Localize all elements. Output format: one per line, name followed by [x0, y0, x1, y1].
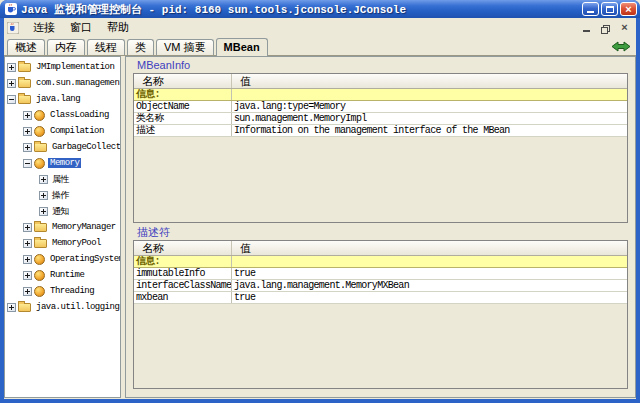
internal-frame-controls: × — [580, 21, 636, 34]
minimize-icon — [583, 30, 590, 32]
tree-expander-icon[interactable] — [7, 63, 16, 72]
tree-expander-icon[interactable] — [23, 287, 32, 296]
tree-node-icon — [18, 79, 31, 88]
column-header-value[interactable]: 值 — [232, 74, 627, 88]
tree-expander-icon[interactable] — [23, 111, 32, 120]
tree-item[interactable]: MemoryPool — [5, 235, 120, 251]
minimize-icon — [587, 11, 594, 13]
tree-item-label: Threading — [48, 286, 96, 296]
cell-value: true — [232, 292, 627, 303]
tree-item[interactable]: Threading — [5, 283, 120, 299]
tree-item[interactable]: OperatingSystem — [5, 251, 120, 267]
tree-item-label: java.util.logging — [34, 302, 121, 312]
tree-expander-icon[interactable] — [23, 127, 32, 136]
column-header-name[interactable]: 名称 — [134, 74, 232, 88]
menu-item[interactable]: 窗口 — [64, 18, 98, 37]
tab[interactable]: MBean — [216, 38, 268, 56]
tree-item[interactable]: com.sun.management — [5, 75, 120, 91]
tree-expander-icon[interactable] — [23, 143, 32, 152]
menu-bar: 连接窗口帮助 × — [4, 18, 636, 37]
tab[interactable]: 线程 — [87, 39, 125, 55]
column-header-name[interactable]: 名称 — [134, 241, 232, 255]
tree-item-label: ClassLoading — [48, 110, 111, 120]
cell-value: true — [232, 268, 627, 279]
close-button[interactable]: × — [620, 2, 637, 16]
tree-expander-icon[interactable] — [23, 223, 32, 232]
tree-expander-icon[interactable] — [7, 79, 16, 88]
tab[interactable]: 类 — [127, 39, 154, 55]
close-icon: × — [625, 4, 631, 15]
app-body: 连接窗口帮助 × 概述内存线程类VM 摘要MBean JMImplementat… — [4, 18, 636, 399]
tree-item[interactable]: 属性 — [5, 171, 120, 187]
tree-item-label: 通知 — [50, 205, 71, 218]
tree-item-label: OperatingSystem — [48, 254, 121, 264]
tree-node-icon — [18, 63, 31, 72]
tree-item-label: GarbageCollector — [50, 142, 121, 152]
tab[interactable]: 内存 — [47, 39, 85, 55]
table-header: 名称 值 — [134, 241, 627, 256]
table-row[interactable]: 类名称 sun.management.MemoryImpl — [134, 113, 627, 125]
maximize-icon — [606, 6, 614, 13]
menu-item[interactable]: 连接 — [27, 18, 61, 37]
tree-item[interactable]: MemoryManager — [5, 219, 120, 235]
tree-expander-icon[interactable] — [23, 159, 32, 168]
tree-item[interactable]: java.lang — [5, 91, 120, 107]
title-bar[interactable]: Java 监视和管理控制台 - pid: 8160 sun.tools.jcon… — [0, 0, 640, 18]
tree-item[interactable]: 通知 — [5, 203, 120, 219]
table-row[interactable]: 信息: — [134, 89, 627, 101]
minimize-button[interactable] — [582, 2, 599, 16]
mbean-tree: JMImplementation com.sun.management java… — [4, 56, 121, 398]
maximize-button[interactable] — [601, 2, 618, 16]
restore-icon — [601, 25, 610, 34]
connection-frame-icon[interactable] — [7, 22, 19, 34]
tree-node-icon — [34, 254, 45, 265]
tree-item[interactable]: 操作 — [5, 187, 120, 203]
tree-item[interactable]: JMImplementation — [5, 59, 120, 75]
tree-item[interactable]: Compilation — [5, 123, 120, 139]
mbeaninfo-title: MBeanInfo — [133, 59, 628, 72]
cell-name: interfaceClassName — [134, 280, 232, 291]
tree-expander-icon[interactable] — [39, 175, 48, 184]
tree-expander-icon[interactable] — [7, 303, 16, 312]
tree-node-icon — [34, 270, 45, 281]
column-header-value[interactable]: 值 — [232, 241, 627, 255]
tree-node-icon — [34, 286, 45, 297]
tree-item[interactable]: ClassLoading — [5, 107, 120, 123]
cell-name: ObjectName — [134, 101, 232, 112]
cell-name: 描述 — [134, 125, 232, 136]
table-row[interactable]: 信息: — [134, 256, 627, 268]
tree-item[interactable]: java.util.logging — [5, 299, 120, 315]
frame-restore-button[interactable] — [599, 21, 612, 34]
tree-node-icon — [18, 303, 31, 312]
tree-item-label: JMImplementation — [34, 62, 116, 72]
tree-item[interactable]: GarbageCollector — [5, 139, 120, 155]
table-row[interactable]: immutableInfo true — [134, 268, 627, 280]
tree-node-icon — [34, 223, 47, 232]
table-row[interactable]: mxbean true — [134, 292, 627, 304]
menu-item[interactable]: 帮助 — [101, 18, 135, 37]
tree-expander-icon[interactable] — [23, 271, 32, 280]
tree-item-label: 属性 — [50, 173, 71, 186]
frame-minimize-button[interactable] — [580, 21, 593, 34]
frame-close-button[interactable]: × — [618, 21, 631, 34]
tab[interactable]: VM 摘要 — [156, 39, 214, 55]
tree-expander-icon[interactable] — [7, 95, 16, 104]
tree-node-icon — [34, 239, 47, 248]
table-row[interactable]: ObjectName java.lang:type=Memory — [134, 101, 627, 113]
table-row[interactable]: interfaceClassName java.lang.management.… — [134, 280, 627, 292]
tree-expander-icon[interactable] — [39, 207, 48, 216]
table-row[interactable]: 描述 Information on the management interfa… — [134, 125, 627, 137]
tree-item-label: 操作 — [50, 189, 71, 202]
cell-value — [232, 256, 627, 267]
tree-item-label: com.sun.management — [34, 78, 121, 88]
tab[interactable]: 概述 — [7, 39, 45, 55]
tree-node-icon — [34, 143, 47, 152]
tree-item-label: Runtime — [48, 270, 86, 280]
descriptor-section: 描述符 名称 值 信息: immutableInfo true inter — [133, 226, 628, 390]
tree-item-label: Memory — [48, 158, 81, 168]
tree-expander-icon[interactable] — [23, 255, 32, 264]
tree-expander-icon[interactable] — [39, 191, 48, 200]
tree-expander-icon[interactable] — [23, 239, 32, 248]
tree-item[interactable]: Runtime — [5, 267, 120, 283]
tree-item[interactable]: Memory — [5, 155, 120, 171]
